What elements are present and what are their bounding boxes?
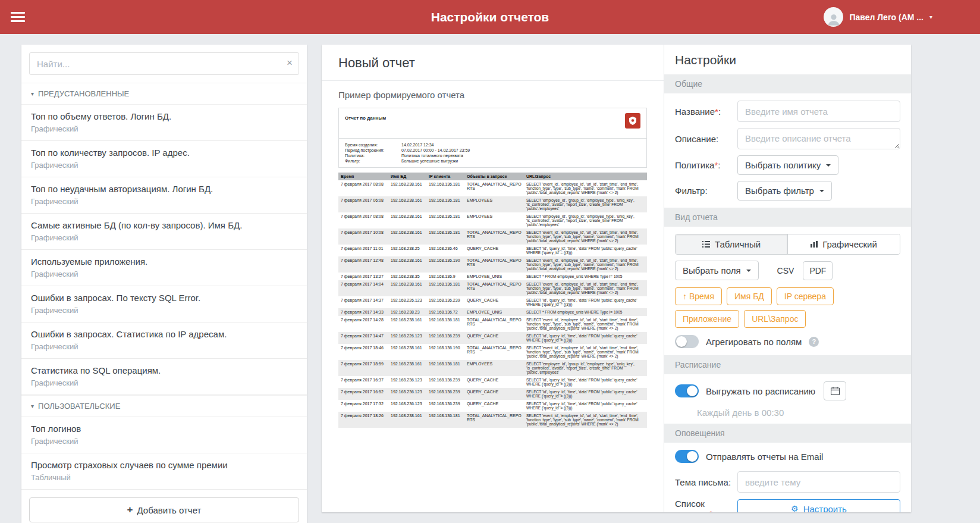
- report-item-title: Ошибки в запросах. Статистика по IP адре…: [31, 329, 297, 339]
- aggregate-toggle[interactable]: [675, 335, 699, 348]
- email-toggle[interactable]: [675, 450, 699, 463]
- cell-query: SELECT 'employee_id', 'group_id', 'emplo…: [524, 212, 647, 228]
- report-table-row: 7 февраля 2017 10:08 192.168.238.161 192…: [338, 228, 647, 245]
- calendar-icon: [831, 387, 840, 395]
- select-fields-button[interactable]: Выбрать поля: [675, 261, 759, 280]
- recipients-label: Список адресов*:: [675, 499, 737, 512]
- report-list-item[interactable]: Просмотр страховых случаев по сумме прем…: [21, 453, 307, 490]
- tab-graphic[interactable]: Графический: [787, 234, 900, 254]
- calendar-button[interactable]: [824, 381, 846, 400]
- cell-client-ip: 192.168.136.9: [426, 273, 464, 280]
- field-chip[interactable]: IP сервера: [777, 287, 834, 305]
- cell-objects: EMPLOYEES: [464, 196, 524, 212]
- configure-recipients-button[interactable]: ⚙ Настроить: [737, 499, 900, 513]
- field-chip[interactable]: Приложение: [675, 310, 739, 328]
- report-item-title: Топ по неудачным авторизациям. Логин БД.: [31, 184, 297, 194]
- view-type-switch: Табличный Графический: [675, 234, 900, 255]
- report-list-item[interactable]: Ошибки в запросах. По тексту SQL Error. …: [21, 286, 307, 322]
- cell-query: SELECT 'event_id', 'employee_id', 'url_i…: [524, 344, 647, 360]
- section-label: ПРЕДУСТАНОВЛЕННЫЕ: [38, 89, 129, 98]
- report-table-header: Время Имя БД IP клиента Объекты в запрос…: [338, 173, 647, 180]
- report-list-item[interactable]: Статистика по SQL операциям. Графический: [21, 359, 307, 395]
- meta-value: Большие успешные выгрузки: [401, 158, 458, 164]
- field-chip[interactable]: ↑ Время: [675, 287, 722, 305]
- tab-tabular[interactable]: Табличный: [676, 234, 787, 254]
- report-list-item[interactable]: Топ логинов Графический: [21, 417, 307, 453]
- col-query: URL\Запрос: [524, 173, 647, 180]
- report-list-item[interactable]: Топ по количеству запросов. IP адрес. Гр…: [21, 141, 307, 177]
- report-item-title: Статистика по SQL операциям.: [31, 365, 297, 375]
- format-pdf-button[interactable]: PDF: [803, 261, 833, 280]
- report-name-input[interactable]: [737, 101, 900, 122]
- report-table-row: 7 февраля 2017 14:47 192.168.226.123 192…: [338, 332, 647, 344]
- report-item-title: Самые активные БД (по кол-ву запросов). …: [31, 220, 297, 230]
- cell-objects: QUERY_CACHE: [464, 332, 524, 344]
- col-db: Имя БД: [388, 173, 426, 180]
- cell-query: SELECT * FROM employee_unis WHERE Type I…: [524, 308, 647, 316]
- cell-db: 192.168.238.161: [388, 280, 426, 296]
- report-table-row: 7 февраля 2017 14:33 192.168.238.23 192.…: [338, 308, 647, 316]
- report-item-title: Ошибки в запросах. По тексту SQL Error.: [31, 293, 297, 303]
- report-item-type: Графический: [31, 124, 297, 133]
- cell-time: 7 февраля 2017 08:08: [338, 212, 388, 228]
- section-custom[interactable]: ▾ ПОЛЬЗОВАТЕЛЬСКИЕ: [21, 395, 307, 417]
- policy-label: Политика*:: [675, 160, 737, 170]
- report-list-item[interactable]: Ошибки в запросах. Статистика по IP адре…: [21, 322, 307, 359]
- cell-client-ip: 192.168.136.190: [426, 344, 464, 360]
- list-icon: [702, 241, 710, 248]
- report-item-type: Графический: [31, 306, 297, 315]
- schedule-toggle[interactable]: [675, 384, 699, 397]
- cell-query: SELECT 'event_id', 'employee_id', 'url_i…: [524, 256, 647, 273]
- section-preset[interactable]: ▾ ПРЕДУСТАНОВЛЕННЫЕ: [21, 83, 307, 105]
- email-subject-input[interactable]: [737, 471, 900, 493]
- format-csv-button[interactable]: CSV: [771, 261, 801, 280]
- report-list-item[interactable]: Топ по неудачным авторизациям. Логин БД.…: [21, 177, 307, 214]
- search-input[interactable]: [29, 52, 299, 75]
- description-row: Описание:: [675, 128, 900, 149]
- report-table-row: 7 февраля 2017 11:01 192.168.238.25 192.…: [338, 245, 647, 256]
- cell-objects: EMPLOYEES: [464, 360, 524, 376]
- cell-client-ip: 192.168.136.181: [426, 212, 464, 228]
- cell-objects: QUERY_CACHE: [464, 245, 524, 256]
- select-policy-button[interactable]: Выбрать политику: [737, 155, 838, 175]
- cell-client-ip: 192.168.136.239: [426, 296, 464, 308]
- clear-search-icon[interactable]: ×: [287, 57, 293, 69]
- section-notifications: Оповещения: [664, 424, 911, 443]
- field-chip[interactable]: Имя БД: [727, 287, 772, 305]
- report-list-item[interactable]: Самые активные БД (по кол-ву запросов). …: [21, 214, 307, 250]
- col-objects: Объекты в запросе: [464, 173, 524, 180]
- report-list-item[interactable]: Используемые приложения. Графический: [21, 250, 307, 286]
- report-list-item[interactable]: Топ по объему ответов. Логин БД. Графиче…: [21, 105, 307, 141]
- cell-query: SELECT 'id', 'query_id', 'time', 'data' …: [524, 296, 647, 308]
- cell-db: 192.168.236.123: [388, 376, 426, 388]
- report-table-row: 7 февраля 2017 18:59 192.168.238.161 192…: [338, 360, 647, 376]
- name-label: Название*:: [675, 107, 737, 117]
- select-filter-button[interactable]: Выбрать фильтр: [737, 181, 832, 201]
- report-pane: Новый отчет Пример формируемого отчета О…: [322, 45, 664, 512]
- cell-client-ip: 192.168.136.181: [426, 196, 464, 212]
- col-client-ip: IP клиента: [426, 173, 464, 180]
- cell-time: 7 февраля 2017 11:01: [338, 245, 388, 256]
- field-chip[interactable]: URL\Запрос: [744, 310, 806, 328]
- cell-client-ip: 192.168.136.181: [426, 228, 464, 245]
- add-report-button[interactable]: + Добавить отчет: [29, 497, 299, 522]
- report-item-title: Топ логинов: [31, 424, 297, 434]
- cell-db: 192.168.238.161: [388, 360, 426, 376]
- schedule-time-text: Каждый день в 00:30: [697, 408, 900, 418]
- cell-db: 192.168.226.123: [388, 296, 426, 308]
- section-label: ПОЛЬЗОВАТЕЛЬСКИЕ: [38, 402, 120, 411]
- hamburger-menu-icon[interactable]: [11, 10, 25, 24]
- report-table-row: 7 февраля 2017 08:08 192.168.238.161 192…: [338, 180, 647, 196]
- cell-objects: TOTAL_ANALYTICAL_REPORTS: [464, 412, 524, 428]
- report-description-input[interactable]: [737, 128, 900, 149]
- section-view: Вид отчета: [664, 208, 911, 227]
- help-icon[interactable]: ?: [809, 337, 819, 347]
- gear-icon: ⚙: [791, 504, 799, 512]
- cell-query: SELECT 'event_id', 'employee_id', 'url_i…: [524, 280, 647, 296]
- cell-query: SELECT * FROM employee_unis WHERE Type I…: [524, 273, 647, 280]
- cell-query: SELECT 'employee_id', 'group_id', 'emplo…: [524, 196, 647, 212]
- report-item-title: Топ по количеству запросов. IP адрес.: [31, 148, 297, 158]
- user-menu[interactable]: Павел Лего (АМ ... ▾: [824, 7, 932, 27]
- report-item-title: Топ по объему ответов. Логин БД.: [31, 111, 297, 121]
- cell-db: 192.168.238.161: [388, 316, 426, 332]
